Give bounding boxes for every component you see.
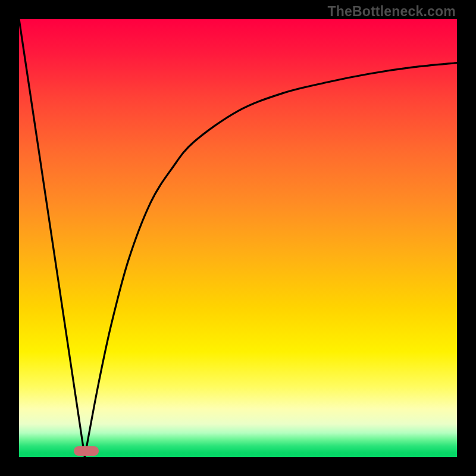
curve-layer xyxy=(19,19,457,457)
watermark-text: TheBottleneck.com xyxy=(327,4,456,20)
bottleneck-marker xyxy=(74,446,99,456)
curve-left-branch xyxy=(19,19,84,457)
chart-frame: TheBottleneck.com xyxy=(0,0,476,476)
plot-area xyxy=(19,19,457,457)
curve-right-branch xyxy=(84,63,457,457)
